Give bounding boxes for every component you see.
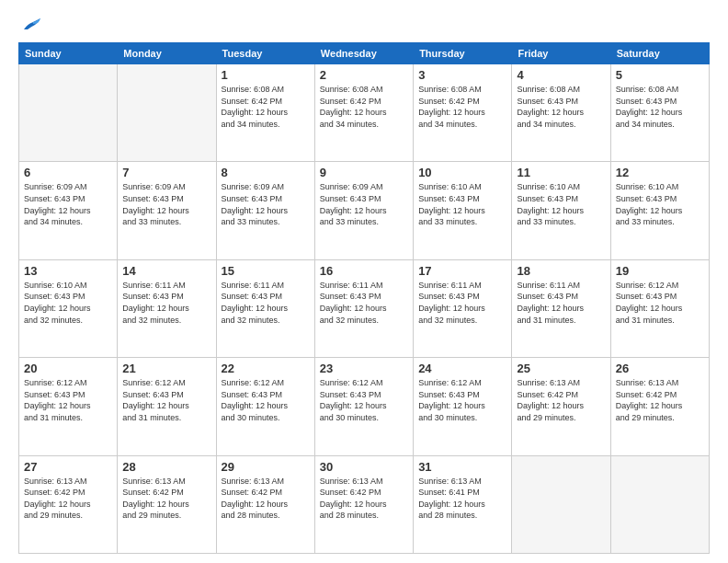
calendar-cell: 8Sunrise: 6:09 AM Sunset: 6:43 PM Daylig… — [216, 162, 314, 259]
weekday-header-thursday: Thursday — [414, 43, 512, 64]
day-info: Sunrise: 6:13 AM Sunset: 6:42 PM Dayligh… — [517, 377, 605, 423]
calendar-cell: 21Sunrise: 6:12 AM Sunset: 6:43 PM Dayli… — [118, 358, 216, 455]
day-number: 16 — [320, 264, 408, 278]
day-number: 5 — [616, 68, 704, 82]
calendar-cell: 13Sunrise: 6:10 AM Sunset: 6:43 PM Dayli… — [19, 259, 118, 357]
calendar-cell: 6Sunrise: 6:09 AM Sunset: 6:43 PM Daylig… — [19, 162, 118, 259]
day-number: 28 — [122, 460, 210, 474]
day-number: 29 — [222, 460, 310, 474]
weekday-header-row: SundayMondayTuesdayWednesdayThursdayFrid… — [19, 43, 710, 64]
weekday-header-tuesday: Tuesday — [216, 43, 314, 64]
calendar-cell: 26Sunrise: 6:13 AM Sunset: 6:42 PM Dayli… — [610, 358, 709, 455]
day-info: Sunrise: 6:12 AM Sunset: 6:43 PM Dayligh… — [24, 377, 112, 423]
day-number: 13 — [24, 264, 112, 278]
day-info: Sunrise: 6:09 AM Sunset: 6:43 PM Dayligh… — [222, 181, 310, 227]
day-number: 4 — [517, 68, 605, 82]
day-number: 15 — [222, 264, 310, 278]
calendar-cell: 11Sunrise: 6:10 AM Sunset: 6:43 PM Dayli… — [512, 162, 610, 259]
calendar-cell: 10Sunrise: 6:10 AM Sunset: 6:43 PM Dayli… — [414, 162, 512, 259]
day-number: 11 — [517, 166, 605, 179]
day-info: Sunrise: 6:13 AM Sunset: 6:42 PM Dayligh… — [616, 377, 704, 423]
calendar-cell: 17Sunrise: 6:11 AM Sunset: 6:43 PM Dayli… — [414, 259, 512, 357]
calendar-cell: 3Sunrise: 6:08 AM Sunset: 6:42 PM Daylig… — [414, 64, 512, 162]
day-number: 30 — [320, 460, 408, 474]
day-info: Sunrise: 6:12 AM Sunset: 6:43 PM Dayligh… — [418, 377, 506, 423]
day-number: 2 — [320, 68, 408, 82]
calendar-cell: 14Sunrise: 6:11 AM Sunset: 6:43 PM Dayli… — [118, 259, 216, 357]
day-info: Sunrise: 6:13 AM Sunset: 6:42 PM Dayligh… — [122, 476, 210, 522]
calendar-cell: 9Sunrise: 6:09 AM Sunset: 6:43 PM Daylig… — [314, 162, 413, 259]
day-info: Sunrise: 6:13 AM Sunset: 6:42 PM Dayligh… — [24, 476, 112, 522]
day-number: 23 — [320, 362, 408, 375]
weekday-header-friday: Friday — [512, 43, 610, 64]
calendar-cell: 1Sunrise: 6:08 AM Sunset: 6:42 PM Daylig… — [216, 64, 314, 162]
calendar-cell: 24Sunrise: 6:12 AM Sunset: 6:43 PM Dayli… — [414, 358, 512, 455]
day-number: 18 — [517, 264, 605, 278]
calendar-cell: 5Sunrise: 6:08 AM Sunset: 6:43 PM Daylig… — [610, 64, 709, 162]
calendar-week-1: 1Sunrise: 6:08 AM Sunset: 6:42 PM Daylig… — [19, 64, 710, 162]
day-number: 17 — [418, 264, 506, 278]
calendar-cell — [19, 64, 118, 162]
day-number: 8 — [222, 166, 310, 179]
day-number: 22 — [222, 362, 310, 375]
day-number: 10 — [418, 166, 506, 179]
day-number: 20 — [24, 362, 112, 375]
calendar-cell: 7Sunrise: 6:09 AM Sunset: 6:43 PM Daylig… — [118, 162, 216, 259]
calendar-week-2: 6Sunrise: 6:09 AM Sunset: 6:43 PM Daylig… — [19, 162, 710, 259]
day-info: Sunrise: 6:12 AM Sunset: 6:43 PM Dayligh… — [122, 377, 210, 423]
day-number: 27 — [24, 460, 112, 474]
calendar-cell: 20Sunrise: 6:12 AM Sunset: 6:43 PM Dayli… — [19, 358, 118, 455]
calendar-cell: 22Sunrise: 6:12 AM Sunset: 6:43 PM Dayli… — [216, 358, 314, 455]
day-number: 31 — [418, 460, 506, 474]
calendar-cell — [118, 64, 216, 162]
calendar-cell: 28Sunrise: 6:13 AM Sunset: 6:42 PM Dayli… — [118, 455, 216, 553]
day-info: Sunrise: 6:10 AM Sunset: 6:43 PM Dayligh… — [418, 181, 506, 227]
day-info: Sunrise: 6:08 AM Sunset: 6:42 PM Dayligh… — [320, 84, 408, 130]
day-info: Sunrise: 6:11 AM Sunset: 6:43 PM Dayligh… — [517, 280, 605, 326]
day-info: Sunrise: 6:08 AM Sunset: 6:43 PM Dayligh… — [616, 84, 704, 130]
calendar-cell: 2Sunrise: 6:08 AM Sunset: 6:42 PM Daylig… — [314, 64, 413, 162]
calendar-cell: 19Sunrise: 6:12 AM Sunset: 6:43 PM Dayli… — [610, 259, 709, 357]
day-info: Sunrise: 6:10 AM Sunset: 6:43 PM Dayligh… — [24, 280, 112, 326]
day-number: 12 — [616, 166, 704, 179]
calendar-week-4: 20Sunrise: 6:12 AM Sunset: 6:43 PM Dayli… — [19, 358, 710, 455]
day-info: Sunrise: 6:09 AM Sunset: 6:43 PM Dayligh… — [122, 181, 210, 227]
calendar-cell: 29Sunrise: 6:13 AM Sunset: 6:42 PM Dayli… — [216, 455, 314, 553]
day-info: Sunrise: 6:10 AM Sunset: 6:43 PM Dayligh… — [517, 181, 605, 227]
calendar-week-3: 13Sunrise: 6:10 AM Sunset: 6:43 PM Dayli… — [19, 259, 710, 357]
day-number: 3 — [418, 68, 506, 82]
calendar-cell: 4Sunrise: 6:08 AM Sunset: 6:43 PM Daylig… — [512, 64, 610, 162]
calendar-cell: 15Sunrise: 6:11 AM Sunset: 6:43 PM Dayli… — [216, 259, 314, 357]
day-info: Sunrise: 6:08 AM Sunset: 6:43 PM Dayligh… — [517, 84, 605, 130]
calendar-cell: 30Sunrise: 6:13 AM Sunset: 6:42 PM Dayli… — [314, 455, 413, 553]
day-info: Sunrise: 6:12 AM Sunset: 6:43 PM Dayligh… — [616, 280, 704, 326]
calendar-cell: 23Sunrise: 6:12 AM Sunset: 6:43 PM Dayli… — [314, 358, 413, 455]
day-number: 19 — [616, 264, 704, 278]
day-number: 14 — [122, 264, 210, 278]
day-info: Sunrise: 6:12 AM Sunset: 6:43 PM Dayligh… — [320, 377, 408, 423]
page: SundayMondayTuesdayWednesdayThursdayFrid… — [0, 0, 728, 563]
day-number: 9 — [320, 166, 408, 179]
day-info: Sunrise: 6:13 AM Sunset: 6:42 PM Dayligh… — [320, 476, 408, 522]
day-info: Sunrise: 6:08 AM Sunset: 6:42 PM Dayligh… — [222, 84, 310, 130]
calendar-cell — [512, 455, 610, 553]
day-info: Sunrise: 6:09 AM Sunset: 6:43 PM Dayligh… — [24, 181, 112, 227]
day-info: Sunrise: 6:11 AM Sunset: 6:43 PM Dayligh… — [320, 280, 408, 326]
logo — [18, 17, 44, 33]
calendar-cell: 18Sunrise: 6:11 AM Sunset: 6:43 PM Dayli… — [512, 259, 610, 357]
calendar-cell: 31Sunrise: 6:13 AM Sunset: 6:41 PM Dayli… — [414, 455, 512, 553]
weekday-header-monday: Monday — [118, 43, 216, 64]
day-number: 21 — [122, 362, 210, 375]
weekday-header-wednesday: Wednesday — [314, 43, 413, 64]
calendar-cell: 16Sunrise: 6:11 AM Sunset: 6:43 PM Dayli… — [314, 259, 413, 357]
day-info: Sunrise: 6:11 AM Sunset: 6:43 PM Dayligh… — [122, 280, 210, 326]
calendar-table: SundayMondayTuesdayWednesdayThursdayFrid… — [18, 42, 710, 554]
calendar-cell: 12Sunrise: 6:10 AM Sunset: 6:43 PM Dayli… — [610, 162, 709, 259]
day-info: Sunrise: 6:11 AM Sunset: 6:43 PM Dayligh… — [418, 280, 506, 326]
day-number: 24 — [418, 362, 506, 375]
calendar-week-5: 27Sunrise: 6:13 AM Sunset: 6:42 PM Dayli… — [19, 455, 710, 553]
day-number: 6 — [24, 166, 112, 179]
logo-bird-icon — [22, 17, 42, 33]
day-info: Sunrise: 6:13 AM Sunset: 6:42 PM Dayligh… — [222, 476, 310, 522]
calendar-cell — [610, 455, 709, 553]
